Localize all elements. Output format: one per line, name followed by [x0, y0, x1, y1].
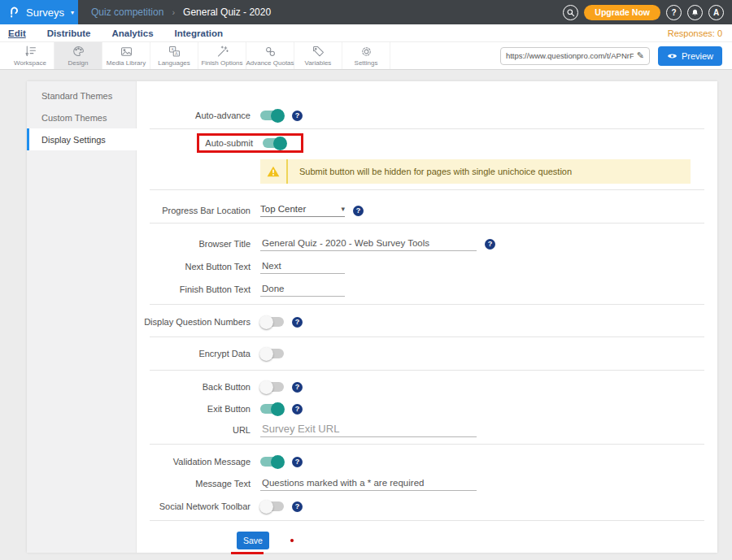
toolbar-item-languages[interactable]: Aa Languages — [150, 42, 198, 69]
topbar-actions: Upgrade Now ? A — [563, 0, 732, 24]
divider — [150, 370, 704, 371]
toolbar-item-label: Media Library — [107, 59, 146, 67]
help-icon[interactable]: ? — [292, 501, 303, 512]
progress-bar-location-label: Progress Bar Location — [137, 206, 251, 215]
nav-tab-analytics[interactable]: Analytics — [111, 28, 153, 39]
toolbar-item-label: Settings — [355, 59, 378, 67]
design-panel: Standard Themes Custom Themes Display Se… — [27, 81, 717, 553]
message-text-input[interactable] — [260, 476, 477, 491]
exit-url-row: URL — [137, 419, 717, 441]
toolbar-item-label: Workspace — [14, 59, 46, 67]
breadcrumb-folder[interactable]: Quiz competition — [91, 7, 163, 18]
top-bar: Surveys ▾ Quiz competition › General Qui… — [0, 0, 732, 24]
toolbar-item-label: Design — [68, 59, 89, 67]
survey-url-box: ✎ — [500, 47, 650, 65]
sidebar-item-custom-themes[interactable]: Custom Themes — [27, 106, 136, 128]
annotation-red-dot — [290, 539, 294, 542]
edit-url-icon[interactable]: ✎ — [637, 50, 644, 61]
avatar-letter: A — [713, 8, 719, 17]
help-button[interactable]: ? — [666, 5, 682, 20]
exit-button-row: Exit Button ? — [137, 398, 717, 419]
preview-button[interactable]: Preview — [658, 46, 722, 66]
svg-text:A: A — [174, 51, 177, 56]
display-question-numbers-toggle[interactable] — [260, 317, 284, 327]
finish-button-text-row: Finish Button Text — [137, 279, 717, 300]
breadcrumb: Quiz competition › General Quiz - 2020 — [91, 0, 271, 24]
auto-submit-toggle[interactable] — [263, 138, 286, 148]
upgrade-now-button[interactable]: Upgrade Now — [584, 5, 660, 20]
toolbar-item-label: Variables — [305, 59, 332, 67]
toolbar-item-workspace[interactable]: Workspace — [7, 42, 54, 69]
divider — [150, 520, 704, 521]
languages-icon: Aa — [168, 46, 181, 59]
display-question-numbers-label: Display Question Numbers — [137, 317, 251, 327]
toolbar-item-settings[interactable]: Settings — [342, 42, 390, 69]
nav-tab-integration[interactable]: Integration — [175, 28, 223, 39]
help-icon[interactable]: ? — [292, 111, 303, 121]
breadcrumb-separator: › — [172, 7, 175, 17]
message-text-label: Message Text — [137, 479, 251, 488]
dropdown-caret-icon: ▾ — [341, 205, 345, 213]
save-button[interactable]: Save — [237, 532, 269, 549]
validation-message-toggle[interactable] — [260, 457, 284, 467]
survey-url-input[interactable] — [506, 51, 634, 60]
toolbar-item-advance-quotas[interactable]: Advance Quotas — [246, 42, 294, 69]
warning-text: Submit button will be hidden for pages w… — [288, 167, 572, 176]
sidebar-item-standard-themes[interactable]: Standard Themes — [27, 85, 136, 106]
message-text-row: Message Text — [137, 473, 717, 494]
account-avatar[interactable]: A — [708, 5, 724, 20]
auto-submit-warning: Submit button will be hidden for pages w… — [260, 159, 691, 184]
toolbar-item-media-library[interactable]: Media Library — [102, 42, 150, 69]
toggle-knob — [259, 380, 273, 394]
svg-text:a: a — [171, 47, 173, 51]
auto-submit-row: Auto-submit — [137, 129, 717, 157]
nav-tab-edit[interactable]: Edit — [8, 28, 26, 39]
search-button[interactable] — [563, 5, 578, 20]
toolbar-item-design[interactable]: Design — [54, 42, 102, 69]
help-icon[interactable]: ? — [292, 457, 303, 467]
social-network-toolbar-toggle[interactable] — [260, 501, 284, 511]
design-sidebar: Standard Themes Custom Themes Display Se… — [27, 81, 137, 553]
warning-triangle-icon — [267, 166, 280, 177]
auto-advance-toggle[interactable] — [260, 111, 284, 120]
exit-button-toggle[interactable] — [260, 404, 284, 414]
responses-count[interactable]: Responses: 0 — [668, 28, 722, 38]
sidebar-item-display-settings[interactable]: Display Settings — [27, 128, 137, 150]
toggle-knob — [259, 315, 273, 329]
annotation-red-box: Auto-submit — [197, 133, 303, 153]
finish-button-text-input[interactable] — [260, 282, 345, 297]
exit-url-input[interactable] — [260, 423, 477, 437]
finish-options-icon — [216, 46, 229, 59]
encrypt-data-row: Encrypt Data — [137, 343, 717, 364]
surveys-menu[interactable]: Surveys ▾ — [0, 0, 78, 24]
toggle-knob — [271, 109, 285, 123]
notifications-button[interactable] — [687, 5, 703, 20]
survey-nav: Edit Distribute Analytics Integration Re… — [0, 24, 732, 42]
divider — [150, 304, 704, 305]
help-icon[interactable]: ? — [485, 239, 495, 250]
encrypt-data-toggle[interactable] — [260, 349, 284, 358]
toggle-knob — [273, 137, 287, 150]
validation-message-row: Validation Message ? — [137, 451, 717, 472]
selected-option: Top Center — [260, 204, 306, 214]
exit-url-label: URL — [137, 425, 251, 435]
auto-submit-label: Auto-submit — [204, 138, 253, 148]
help-icon[interactable]: ? — [292, 404, 303, 415]
edit-toolbar: Workspace Design Media Library Aa Langua… — [0, 42, 732, 70]
nav-tab-distribute[interactable]: Distribute — [47, 28, 91, 39]
finish-button-text-label: Finish Button Text — [137, 284, 251, 294]
validation-message-label: Validation Message — [137, 457, 251, 467]
help-icon[interactable]: ? — [292, 382, 303, 393]
bell-icon — [691, 8, 699, 17]
browser-title-input[interactable] — [260, 237, 477, 251]
help-icon[interactable]: ? — [353, 206, 364, 216]
breadcrumb-current-survey: General Quiz - 2020 — [183, 7, 271, 18]
next-button-text-input[interactable] — [260, 259, 345, 274]
toolbar-item-variables[interactable]: Variables — [294, 42, 342, 69]
back-button-toggle[interactable] — [260, 382, 284, 392]
advance-quotas-icon — [264, 46, 277, 59]
help-icon[interactable]: ? — [292, 317, 303, 328]
progress-bar-location-select[interactable]: Top Center ▾ — [260, 204, 345, 217]
toolbar-item-finish-options[interactable]: Finish Options — [198, 42, 246, 69]
browser-title-row: Browser Title ? — [137, 233, 717, 254]
